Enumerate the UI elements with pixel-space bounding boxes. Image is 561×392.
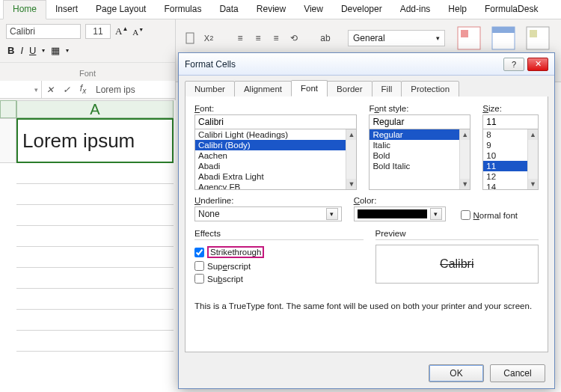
ribbon-tab-formulas[interactable]: Formulas <box>155 1 210 19</box>
conditional-formatting-icon[interactable] <box>453 24 485 52</box>
size-input[interactable] <box>482 114 539 129</box>
subscript-checkbox[interactable]: Subscript <box>194 274 364 284</box>
dialog-title-bar[interactable]: Format Cells ? ✕ <box>179 53 554 76</box>
dialog-tabs: Number Alignment Font Border Fill Protec… <box>179 76 554 97</box>
italic-button[interactable]: I <box>20 45 23 56</box>
ribbon-tab-page-layout[interactable]: Page Layout <box>87 1 155 19</box>
orientation-icon[interactable]: ⟲ <box>286 31 301 46</box>
scroll-up-icon[interactable]: ▲ <box>460 129 470 140</box>
formula-input[interactable]: Lorem ips <box>91 85 175 95</box>
cell-styles-icon[interactable] <box>522 24 554 52</box>
grid-row[interactable] <box>16 226 174 247</box>
ribbon-tab-formuladesk[interactable]: FormulaDesk <box>476 1 547 19</box>
underline-dropdown-icon[interactable]: ▾ <box>42 47 45 54</box>
scroll-down-icon[interactable]: ▼ <box>346 179 356 189</box>
align-bottom-icon[interactable]: ≡ <box>269 31 283 46</box>
grid-row[interactable] <box>16 163 174 184</box>
dialog-tab-font[interactable]: Font <box>291 80 328 97</box>
dialog-tab-protection[interactable]: Protection <box>401 81 459 97</box>
style-list-item[interactable]: Bold <box>370 150 470 161</box>
close-button[interactable]: ✕ <box>527 58 548 71</box>
cell-a1[interactable]: Lorem ipsum <box>16 118 174 163</box>
enter-formula-icon[interactable]: ✓ <box>58 85 75 95</box>
font-size-selector[interactable]: 11 <box>85 24 111 39</box>
grid-row[interactable] <box>16 184 174 205</box>
grid-row[interactable] <box>16 331 174 352</box>
font-list-item[interactable]: Calibri Light (Headings) <box>195 129 356 140</box>
dialog-tab-number[interactable]: Number <box>185 81 235 97</box>
scroll-down-icon[interactable]: ▼ <box>460 179 470 189</box>
color-selector[interactable]: ▾ <box>354 206 446 221</box>
underline-button[interactable]: U <box>29 45 36 56</box>
ribbon-tab-addins[interactable]: Add-ins <box>391 1 440 19</box>
scrollbar[interactable]: ▲▼ <box>346 129 356 189</box>
name-box[interactable]: ▾ <box>0 81 42 98</box>
font-list-item[interactable]: Abadi Extra Light <box>195 171 356 182</box>
style-list-item[interactable]: Regular <box>370 129 470 140</box>
font-listbox[interactable]: Calibri Light (Headings) Calibri (Body) … <box>194 129 357 190</box>
ribbon-tab-insert[interactable]: Insert <box>46 1 87 19</box>
superscript-checkbox[interactable]: Superscript <box>194 261 364 271</box>
column-header-a[interactable]: A <box>16 100 174 118</box>
ribbon-tab-review[interactable]: Review <box>248 1 295 19</box>
ribbon-tab-help[interactable]: Help <box>439 1 476 19</box>
ok-button[interactable]: OK <box>429 364 484 382</box>
format-as-table-icon[interactable] <box>488 24 519 52</box>
select-all-cell[interactable] <box>0 100 16 118</box>
help-button[interactable]: ? <box>503 58 524 71</box>
grid-row[interactable] <box>16 268 174 289</box>
font-list-item[interactable]: Calibri (Body) <box>195 140 356 150</box>
border-button[interactable]: ▦ <box>51 45 60 56</box>
grid-row[interactable] <box>16 205 174 226</box>
grid-row[interactable] <box>16 289 174 310</box>
size-listbox[interactable]: 8 9 10 11 12 14 ▲▼ <box>482 129 539 190</box>
font-list-item[interactable]: Agency FB <box>195 182 356 190</box>
border-dropdown-icon[interactable]: ▾ <box>66 47 69 54</box>
normal-font-input[interactable] <box>461 210 470 220</box>
scrollbar[interactable]: ▲▼ <box>527 129 538 189</box>
ribbon-tab-data[interactable]: Data <box>210 1 247 19</box>
dialog-tab-fill[interactable]: Fill <box>372 81 402 97</box>
underline-selector[interactable]: None▾ <box>194 206 342 221</box>
align-top-icon[interactable]: ≡ <box>233 31 248 46</box>
number-format-selector[interactable]: General▾ <box>348 30 445 46</box>
decrease-font-icon[interactable]: A▼ <box>132 27 144 37</box>
cancel-formula-icon[interactable]: ✕ <box>42 85 58 95</box>
ribbon-tab-home[interactable]: Home <box>3 0 46 19</box>
scrollbar[interactable]: ▲▼ <box>459 129 470 189</box>
row-header[interactable] <box>0 118 16 163</box>
increase-font-icon[interactable]: A▲ <box>115 25 128 37</box>
font-list-item[interactable]: Abadi <box>195 161 356 171</box>
underline-value: None <box>198 209 220 219</box>
clipboard-icon[interactable] <box>183 31 198 46</box>
strikethrough-checkbox[interactable]: Strikethrough <box>194 246 364 258</box>
bold-button[interactable]: B <box>7 45 14 56</box>
dialog-tab-border[interactable]: Border <box>327 81 373 97</box>
superscript-input[interactable] <box>194 261 204 271</box>
font-style-input[interactable] <box>369 114 470 129</box>
scroll-down-icon[interactable]: ▼ <box>528 179 538 189</box>
font-list-item[interactable]: Aachen <box>195 150 356 161</box>
dialog-tab-alignment[interactable]: Alignment <box>234 81 292 97</box>
ribbon-tab-view[interactable]: View <box>295 1 332 19</box>
normal-font-checkbox[interactable]: Normal font <box>461 210 539 220</box>
font-name-selector[interactable]: Calibri <box>6 24 81 39</box>
font-style-listbox[interactable]: Regular Italic Bold Bold Italic ▲▼ <box>369 129 470 190</box>
align-middle-icon[interactable]: ≡ <box>251 31 266 46</box>
style-list-item[interactable]: Bold Italic <box>370 161 470 171</box>
cancel-button[interactable]: Cancel <box>490 364 545 382</box>
grid-row[interactable] <box>16 310 174 331</box>
subscript-input[interactable] <box>194 274 204 284</box>
style-list-item[interactable]: Italic <box>370 140 470 150</box>
strikethrough-input[interactable] <box>194 248 204 257</box>
ribbon-tab-developer[interactable]: Developer <box>332 1 391 19</box>
font-input[interactable] <box>194 114 357 129</box>
grid-row[interactable] <box>16 247 174 268</box>
wrap-text-icon[interactable]: ab <box>318 31 333 46</box>
name-box-dropdown-icon[interactable]: ▾ <box>34 86 38 94</box>
scroll-up-icon[interactable]: ▲ <box>528 129 538 140</box>
worksheet-grid[interactable]: A Lorem ipsum <box>0 100 176 392</box>
scroll-up-icon[interactable]: ▲ <box>346 129 356 140</box>
super-sub-icon[interactable]: X2 <box>201 31 216 46</box>
fx-icon[interactable]: fx <box>75 83 91 95</box>
